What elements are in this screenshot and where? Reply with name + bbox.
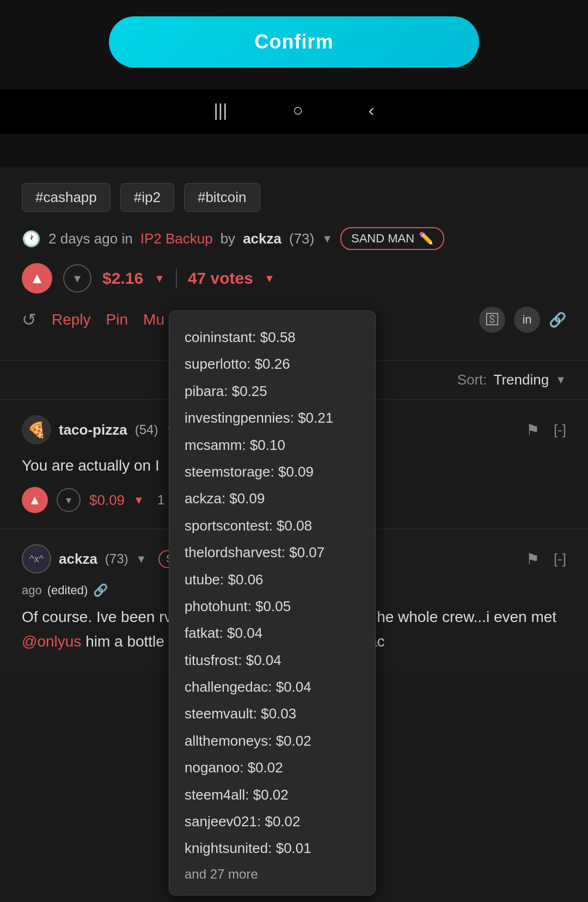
retweet-icon[interactable]: ↺ <box>22 309 36 330</box>
pin-button[interactable]: Pin <box>106 311 128 328</box>
post-meta: 🕐 2 days ago in IP2 Backup by ackza (73)… <box>22 227 566 250</box>
amount-dropdown-arrow[interactable]: ▼ <box>154 272 165 285</box>
taco-pizza-avatar: 🍕 <box>22 415 51 444</box>
dropdown-item: noganoo: $0.02 <box>185 754 360 781</box>
pencil-icon: ✏️ <box>419 231 433 246</box>
upvote-button[interactable]: ▲ <box>22 263 52 294</box>
flag-icon[interactable]: ⚑ <box>526 421 540 439</box>
collapse-button[interactable]: [-] <box>554 422 566 438</box>
mute-button[interactable]: Mu <box>143 311 164 328</box>
avatar-emoji: 🍕 <box>27 421 46 439</box>
action-icons: 🅂 in 🔗 <box>479 307 566 333</box>
dropdown-item: superlotto: $0.26 <box>185 351 360 377</box>
dropdown-more: and 27 more <box>185 867 360 882</box>
post-amount[interactable]: $2.16 <box>102 269 143 288</box>
comment-2-text-1: Of course. Ive been <box>22 608 155 625</box>
dropdown-item: steemstorage: $0.09 <box>185 459 360 485</box>
author-dropdown-arrow[interactable]: ▼ <box>322 233 333 245</box>
comment-2-text-3: he whole crew...i even met <box>377 608 556 625</box>
community-link[interactable]: IP2 Backup <box>140 230 213 247</box>
comment-1-amount-arrow[interactable]: ▼ <box>133 494 144 507</box>
votes-dropdown: coininstant: $0.58superlotto: $0.26pibar… <box>169 310 376 895</box>
comment-1-downvote[interactable]: ▾ <box>57 488 81 512</box>
comment-1-count: 1 <box>157 492 164 508</box>
confirm-area: Confirm <box>0 0 588 89</box>
dropdown-item: steem4all: $0.02 <box>185 782 360 808</box>
comment-1-author[interactable]: taco-pizza <box>59 422 127 438</box>
tags-row: #cashapp #ip2 #bitcoin <box>22 183 566 212</box>
ackza-avatar: ^x^ <box>22 544 51 574</box>
comment-2-collapse[interactable]: [-] <box>554 551 566 568</box>
dropdown-item: utube: $0.06 <box>185 566 360 593</box>
dropdown-item: fatkat: $0.04 <box>185 620 360 647</box>
reply-button[interactable]: Reply <box>52 311 91 328</box>
comment-1-rep: (54) <box>135 422 158 437</box>
mention-link[interactable]: @onlyus <box>22 633 81 650</box>
clock-icon: 🕐 <box>22 230 41 248</box>
linkedin-icon[interactable]: in <box>514 307 540 333</box>
home-icon[interactable]: ○ <box>292 101 303 119</box>
comment-1-upvote[interactable]: ▲ <box>22 487 48 513</box>
vote-bar: ▲ ▾ $2.16 ▼ 47 votes ▼ <box>22 263 566 294</box>
comment-1-amount[interactable]: $0.09 <box>89 492 125 509</box>
votes-count[interactable]: 47 votes <box>188 269 253 288</box>
comment-2-edited: (edited) <box>47 583 88 598</box>
dropdown-item: challengedac: $0.04 <box>185 674 360 700</box>
dropdown-item: ackza: $0.09 <box>185 485 360 512</box>
downvote-button[interactable]: ▾ <box>63 264 91 292</box>
confirm-button[interactable]: Confirm <box>109 16 479 68</box>
divider <box>176 269 177 288</box>
share-icon[interactable]: 🅂 <box>479 307 505 333</box>
dropdown-item: sportscontest: $0.08 <box>185 513 360 539</box>
by-text: by <box>220 230 235 247</box>
comment-2-rep: (73) <box>105 551 128 566</box>
badge-label: SAND MAN <box>351 231 414 246</box>
dropdown-item: steemvault: $0.03 <box>185 700 360 727</box>
sort-dropdown-arrow[interactable]: ▼ <box>555 374 566 386</box>
votes-dropdown-arrow[interactable]: ▼ <box>264 272 275 285</box>
dropdown-item: photohunt: $0.05 <box>185 593 360 620</box>
tag-cashapp[interactable]: #cashapp <box>22 183 111 212</box>
back-icon[interactable]: ‹ <box>369 101 375 119</box>
dropdown-items-list: coininstant: $0.58superlotto: $0.26pibar… <box>185 324 360 862</box>
tag-ip2[interactable]: #ip2 <box>120 183 174 212</box>
comment-2-dropdown[interactable]: ▼ <box>136 553 147 565</box>
author-name[interactable]: ackza <box>243 230 281 247</box>
comment-2-author[interactable]: ackza <box>59 551 97 568</box>
dropdown-item: knightsunited: $0.01 <box>185 835 360 862</box>
comment-2-flag[interactable]: ⚑ <box>526 550 540 568</box>
time-ago-text: 2 days ago in <box>48 230 133 247</box>
dropdown-item: allthemoneys: $0.02 <box>185 728 360 754</box>
dropdown-item: sanjeev021: $0.02 <box>185 808 360 835</box>
dropdown-item: titusfrost: $0.04 <box>185 647 360 674</box>
comment-2-time: ago <box>22 583 42 598</box>
android-navbar: ||| ○ ‹ <box>0 89 588 134</box>
dropdown-item: pibara: $0.25 <box>185 378 360 405</box>
tag-bitcoin[interactable]: #bitcoin <box>184 183 260 212</box>
sort-value[interactable]: Trending <box>494 371 549 388</box>
dropdown-item: mcsamm: $0.10 <box>185 432 360 459</box>
dropdown-item: thelordsharvest: $0.07 <box>185 539 360 566</box>
author-rep: (73) <box>289 230 314 247</box>
sand-man-badge[interactable]: SAND MAN ✏️ <box>340 227 444 250</box>
dropdown-item: investingpennies: $0.21 <box>185 405 360 431</box>
link-icon-small[interactable]: 🔗 <box>93 583 108 598</box>
ackza-avatar-text: ^x^ <box>29 553 44 565</box>
sort-label: Sort: <box>457 371 487 388</box>
menu-icon[interactable]: ||| <box>214 101 228 119</box>
link-icon[interactable]: 🔗 <box>549 312 566 328</box>
spacer <box>0 134 588 167</box>
dropdown-item: coininstant: $0.58 <box>185 324 360 351</box>
